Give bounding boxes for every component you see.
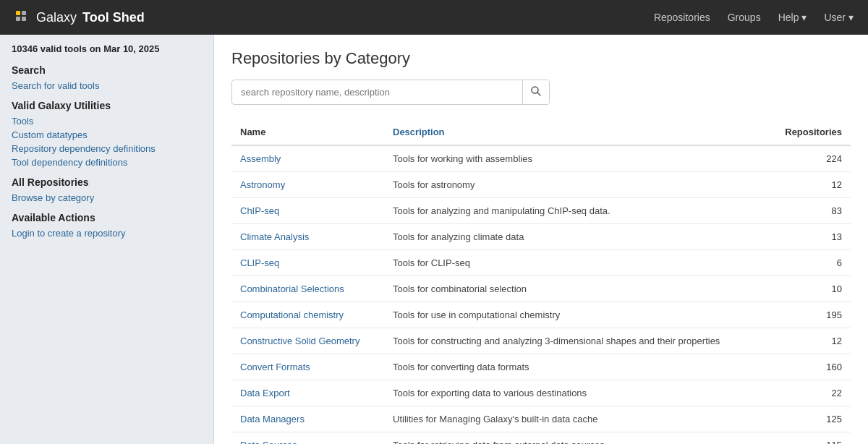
sidebar-login[interactable]: Login to create a repository — [12, 226, 202, 240]
row-repos-count: 195 — [768, 302, 851, 328]
table-row: Computational chemistry Tools for use in… — [231, 302, 851, 328]
sidebar-section-actions: Available Actions — [12, 212, 202, 223]
category-link[interactable]: Climate Analysis — [240, 231, 309, 242]
row-description: Utilities for Managing Galaxy's built-in… — [384, 406, 768, 432]
sidebar-repo-deps[interactable]: Repository dependency definitions — [12, 142, 202, 155]
table-row: Data Sources Tools for retrieving data f… — [231, 432, 851, 445]
row-repos-count: 22 — [768, 380, 851, 406]
category-link[interactable]: Convert Formats — [240, 362, 310, 372]
row-repos-count: 125 — [768, 406, 851, 432]
svg-rect-0 — [16, 11, 20, 15]
nav-help-dropdown[interactable]: Help ▾ — [778, 12, 807, 23]
col-header-repositories: Repositories — [768, 119, 851, 145]
table-row: ChIP-seq Tools for analyzing and manipul… — [231, 198, 851, 224]
svg-rect-1 — [16, 17, 20, 21]
sidebar-section-all-repos: All Repositories — [12, 176, 202, 188]
row-name: ChIP-seq — [231, 198, 384, 224]
category-link[interactable]: Astronomy — [240, 179, 285, 190]
row-name: Constructive Solid Geometry — [231, 328, 384, 354]
row-description: Tools for exporting data to various dest… — [384, 380, 768, 406]
category-link[interactable]: Combinatorial Selections — [240, 283, 344, 294]
row-description: Tools for astronomy — [384, 172, 768, 198]
sidebar-section-utilities: Valid Galaxy Utilities — [12, 100, 202, 111]
row-description: Tools for analyzing climate data — [384, 224, 768, 250]
table-row: Astronomy Tools for astronomy 12 — [231, 172, 851, 198]
row-description: Tools for working with assemblies — [384, 145, 768, 172]
row-repos-count: 12 — [768, 172, 851, 198]
category-link[interactable]: Data Export — [240, 388, 290, 398]
sidebar-section-search: Search — [12, 64, 202, 76]
row-name: Data Sources — [231, 432, 384, 445]
row-name: Data Managers — [231, 406, 384, 432]
table-row: Constructive Solid Geometry Tools for co… — [231, 328, 851, 354]
search-bar[interactable] — [231, 80, 550, 105]
col-header-description: Description — [384, 119, 768, 145]
svg-rect-2 — [22, 11, 26, 15]
table-row: CLIP-seq Tools for CLIP-seq 6 — [231, 250, 851, 276]
row-name: Combinatorial Selections — [231, 276, 384, 302]
svg-rect-3 — [22, 17, 26, 21]
main-content: Repositories by Category Name Descriptio… — [214, 35, 868, 444]
row-repos-count: 160 — [768, 354, 851, 380]
category-link[interactable]: Assembly — [240, 153, 281, 164]
category-link[interactable]: CLIP-seq — [240, 257, 279, 268]
table-row: Convert Formats Tools for converting dat… — [231, 354, 851, 380]
row-repos-count: 115 — [768, 432, 851, 445]
nav-repositories[interactable]: Repositories — [654, 12, 710, 23]
category-link[interactable]: Constructive Solid Geometry — [240, 336, 359, 346]
search-input[interactable] — [232, 82, 522, 103]
row-name: Climate Analysis — [231, 224, 384, 250]
search-icon — [530, 85, 542, 97]
row-description: Tools for use in computational chemistry — [384, 302, 768, 328]
nav-user-dropdown[interactable]: User ▾ — [824, 12, 854, 23]
row-name: Astronomy — [231, 172, 384, 198]
row-repos-count: 83 — [768, 198, 851, 224]
repositories-table: Name Description Repositories Assembly T… — [231, 119, 851, 444]
sidebar: 10346 valid tools on Mar 10, 2025 Search… — [0, 35, 214, 444]
row-description: Tools for combinatorial selection — [384, 276, 768, 302]
sidebar-browse-by-category[interactable]: Browse by category — [12, 191, 202, 205]
row-name: Assembly — [231, 145, 384, 172]
app-header: Galaxy Tool Shed Repositories Groups Hel… — [0, 0, 868, 35]
category-link[interactable]: ChIP-seq — [240, 205, 279, 216]
row-name: CLIP-seq — [231, 250, 384, 276]
category-link[interactable]: Data Sources — [240, 440, 297, 444]
nav-user-label: User — [824, 12, 846, 23]
col-header-name: Name — [231, 119, 384, 145]
table-row: Combinatorial Selections Tools for combi… — [231, 276, 851, 302]
galaxy-label: Galaxy — [36, 10, 77, 25]
category-link[interactable]: Data Managers — [240, 414, 305, 424]
nav-groups[interactable]: Groups — [728, 12, 761, 23]
valid-tools-stat: 10346 valid tools on Mar 10, 2025 — [12, 43, 202, 54]
row-repos-count: 224 — [768, 145, 851, 172]
svg-line-5 — [537, 93, 540, 95]
chevron-down-icon: ▾ — [801, 12, 807, 23]
row-description: Tools for converting data formats — [384, 354, 768, 380]
table-header-row: Name Description Repositories — [231, 119, 851, 145]
row-description: Tools for CLIP-seq — [384, 250, 768, 276]
app-layout: 10346 valid tools on Mar 10, 2025 Search… — [0, 35, 868, 444]
table-row: Data Managers Utilities for Managing Gal… — [231, 406, 851, 432]
search-for-valid-tools[interactable]: Search for valid tools — [12, 79, 202, 93]
row-name: Convert Formats — [231, 354, 384, 380]
table-row: Assembly Tools for working with assembli… — [231, 145, 851, 172]
sidebar-tools[interactable]: Tools — [12, 114, 202, 128]
sidebar-tool-deps[interactable]: Tool dependency definitions — [12, 155, 202, 169]
page-title: Repositories by Category — [231, 49, 851, 68]
nav-help-label: Help — [778, 12, 799, 23]
row-description: Tools for constructing and analyzing 3-d… — [384, 328, 768, 354]
row-repos-count: 10 — [768, 276, 851, 302]
row-repos-count: 13 — [768, 224, 851, 250]
row-repos-count: 12 — [768, 328, 851, 354]
table-row: Climate Analysis Tools for analyzing cli… — [231, 224, 851, 250]
sidebar-custom-datatypes[interactable]: Custom datatypes — [12, 128, 202, 142]
table-row: Data Export Tools for exporting data to … — [231, 380, 851, 406]
search-button[interactable] — [522, 80, 549, 104]
category-link[interactable]: Computational chemistry — [240, 309, 344, 320]
chevron-down-icon: ▾ — [848, 12, 854, 23]
main-nav: Repositories Groups Help ▾ User ▾ — [654, 12, 854, 23]
row-name: Data Export — [231, 380, 384, 406]
galaxy-logo-icon — [14, 9, 30, 25]
row-description: Tools for analyzing and manipulating ChI… — [384, 198, 768, 224]
row-name: Computational chemistry — [231, 302, 384, 328]
